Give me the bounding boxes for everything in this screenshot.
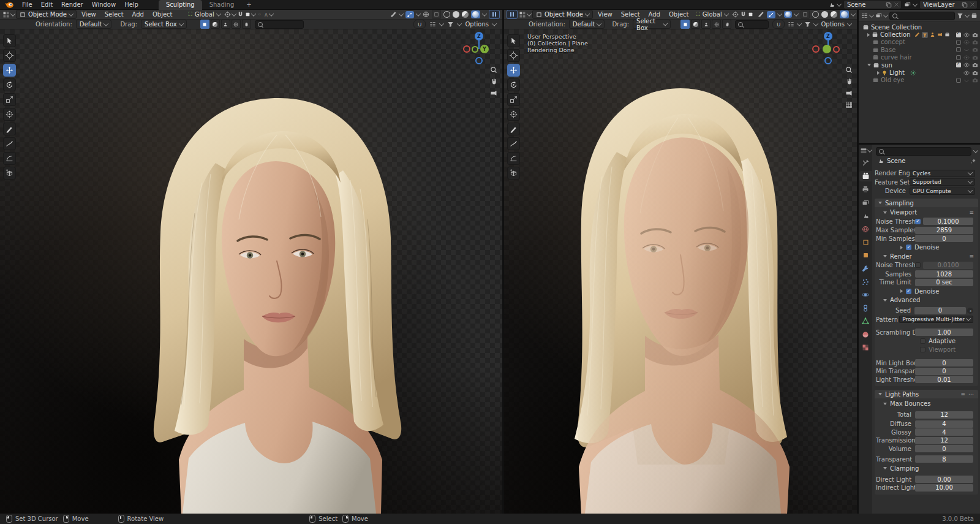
falloff-curve-icon[interactable]: ∧: [264, 11, 268, 18]
filter-icon[interactable]: [447, 21, 454, 28]
hide-eye-closed-icon[interactable]: [963, 77, 970, 83]
tool-add-cube[interactable]: [3, 167, 16, 180]
menu-render[interactable]: Render: [57, 1, 88, 8]
gizmo-y-positive[interactable]: Y: [480, 45, 489, 53]
proportional-chevron[interactable]: [794, 11, 799, 16]
render-camera-icon[interactable]: [972, 32, 978, 38]
seed-animate-icon[interactable]: ◂: [967, 308, 973, 314]
hide-eye-closed-icon[interactable]: [963, 47, 970, 53]
render-camera-icon[interactable]: [972, 47, 978, 53]
properties-search-input[interactable]: [876, 147, 971, 156]
tool-scale[interactable]: [3, 93, 16, 106]
tab-object-data[interactable]: [859, 316, 872, 327]
clamping-subpanel[interactable]: Clamping: [875, 465, 978, 473]
hide-eye-icon[interactable]: [963, 55, 970, 61]
viewport-left-canvas[interactable]: Z Y: [0, 29, 502, 514]
scene-field[interactable]: Scene: [843, 0, 902, 9]
viewlayer-icon[interactable]: [904, 1, 911, 8]
tool-search-input[interactable]: [735, 20, 769, 29]
gizmo-x-positive[interactable]: [833, 46, 840, 53]
render-camera-icon[interactable]: [972, 70, 978, 76]
shading-material-icon[interactable]: [462, 11, 469, 18]
falloff-chevron[interactable]: [269, 11, 274, 16]
object-types-chevron[interactable]: [797, 21, 802, 26]
zoom-view-icon[interactable]: [845, 66, 853, 74]
select-mode-new-icon[interactable]: [680, 20, 690, 29]
options-button[interactable]: Options: [821, 21, 845, 28]
visibility-chevron[interactable]: [399, 11, 404, 16]
proportional-edit-icon[interactable]: ◦: [257, 11, 263, 18]
tool-annotate[interactable]: [3, 123, 16, 135]
filter-chevron[interactable]: [813, 21, 818, 26]
tab-shading[interactable]: Shading: [202, 0, 242, 10]
menu-object[interactable]: Object: [149, 11, 176, 18]
shading-material-icon[interactable]: [831, 11, 837, 18]
noise-threshold-checkbox[interactable]: ✓: [915, 219, 921, 224]
select-mode-new-icon[interactable]: [200, 20, 209, 29]
tab-sculpting[interactable]: Sculpting: [159, 0, 202, 10]
new-viewlayer-icon[interactable]: [962, 2, 968, 8]
exclude-checkbox[interactable]: [956, 63, 961, 67]
tool-scale[interactable]: [507, 93, 520, 106]
outliner-row-base[interactable]: Base: [859, 46, 980, 53]
menu-window[interactable]: Window: [88, 1, 120, 8]
tool-select-box[interactable]: [3, 34, 16, 47]
new-scene-icon[interactable]: [886, 2, 892, 8]
drag-dropdown[interactable]: Select Box: [633, 20, 671, 29]
render-camera-icon[interactable]: [972, 77, 978, 83]
render-noise-threshold-checkbox[interactable]: [915, 262, 921, 268]
tab-constraints[interactable]: [859, 303, 872, 313]
toggle-xray-icon[interactable]: [432, 10, 441, 19]
tool-transform[interactable]: [3, 108, 16, 121]
menu-select[interactable]: Select: [101, 11, 127, 18]
select-mode-intersect-icon[interactable]: [242, 20, 251, 29]
tool-move[interactable]: [3, 64, 16, 77]
options-button[interactable]: Options: [465, 21, 489, 28]
denoise-checkbox[interactable]: ✓: [906, 289, 911, 294]
snap-magnet-icon[interactable]: [237, 11, 244, 18]
tab-render[interactable]: [859, 171, 872, 181]
view-object-types-icon[interactable]: [429, 21, 436, 28]
pin-icon[interactable]: [970, 158, 976, 164]
panel-divider[interactable]: [859, 143, 980, 145]
shading-wireframe-icon[interactable]: [443, 11, 450, 18]
hide-eye-icon[interactable]: [963, 39, 970, 45]
show-gizmos-icon[interactable]: [405, 11, 414, 18]
outliner-row-curve-hair[interactable]: curve hair: [859, 54, 980, 61]
falloff-pill-icon[interactable]: ∪: [772, 20, 785, 29]
min-samples-field[interactable]: 0: [915, 235, 973, 242]
exclude-checkbox[interactable]: [956, 40, 961, 45]
transparent-bounces-field[interactable]: 8: [915, 455, 973, 463]
light-paths-header[interactable]: Light Paths ≡ ⋯: [875, 390, 978, 398]
show-overlays-icon[interactable]: [423, 11, 429, 18]
hide-eye-icon[interactable]: [963, 70, 970, 76]
pan-view-icon[interactable]: [845, 78, 853, 85]
new-collection-icon[interactable]: [971, 12, 978, 19]
pattern-dropdown[interactable]: Progressive Multi-Jitter: [899, 316, 973, 323]
tab-particles[interactable]: [859, 276, 872, 287]
transform-orientation-selector[interactable]: ⛶ Global: [186, 11, 223, 18]
expand-icon[interactable]: [900, 246, 903, 249]
render-camera-icon[interactable]: [972, 55, 978, 61]
tool-draw[interactable]: [3, 137, 16, 150]
pause-render-button[interactable]: [489, 10, 500, 19]
gizmo-z-positive[interactable]: Z: [824, 32, 832, 40]
gizmo-z-positive[interactable]: Z: [475, 32, 483, 40]
gizmos-chevron[interactable]: [416, 11, 421, 16]
select-mode-invert-icon[interactable]: [712, 20, 721, 29]
tool-measure[interactable]: [3, 152, 16, 165]
max-bounces-subpanel[interactable]: Max Bounces: [875, 400, 978, 408]
select-mode-intersect-icon[interactable]: [722, 20, 731, 29]
render-camera-icon[interactable]: [972, 39, 978, 45]
tab-object[interactable]: [859, 237, 872, 248]
exclude-checkbox[interactable]: [956, 78, 961, 83]
time-limit-field[interactable]: 0 sec: [915, 279, 973, 286]
shading-chevron[interactable]: [482, 11, 487, 16]
gizmo-x-negative[interactable]: [812, 45, 820, 53]
viewport-scrambling-checkbox[interactable]: [920, 347, 925, 352]
tool-transform[interactable]: [507, 108, 520, 121]
glossy-bounces-field[interactable]: 4: [915, 428, 973, 436]
hide-eye-icon[interactable]: [963, 32, 970, 38]
proportional-edit-icon[interactable]: [784, 11, 792, 18]
max-samples-field[interactable]: 2859: [915, 227, 973, 234]
